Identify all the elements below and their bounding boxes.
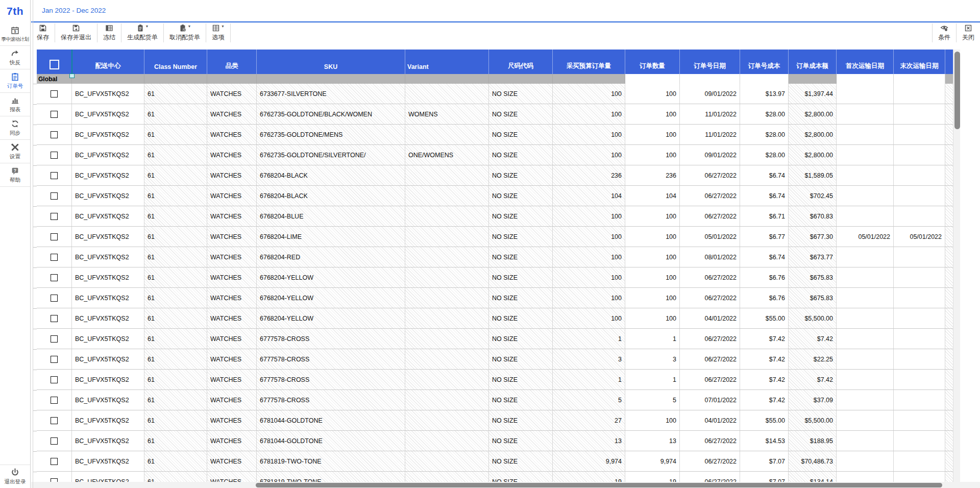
cell-order_date[interactable]: 06/27/2022: [680, 370, 740, 389]
cell-order_qty[interactable]: 9,974: [625, 451, 680, 471]
column-header-category[interactable]: 品类: [207, 50, 257, 74]
horizontal-scrollbar[interactable]: [31, 482, 980, 488]
cell-first_ship[interactable]: 05/01/2022: [837, 227, 894, 247]
cell-last_ship[interactable]: 05/01/2022: [894, 227, 945, 247]
cell-dc[interactable]: BC_UFVX5TKQS2: [72, 267, 144, 287]
cell-unit_cost[interactable]: $6.77: [740, 227, 789, 247]
cell-order_date[interactable]: 11/01/2022: [680, 104, 740, 124]
global-cell-last_ship[interactable]: [894, 74, 945, 84]
cell-first_ship[interactable]: [837, 125, 894, 144]
column-header-cost_amount[interactable]: 订单成本额: [789, 50, 837, 74]
cell-unit_cost[interactable]: $28.00: [740, 125, 789, 144]
cell-order_date[interactable]: 07/01/2022: [680, 390, 740, 410]
cell-order_qty[interactable]: 236: [625, 165, 680, 185]
cell-unit_cost[interactable]: $55.00: [740, 308, 789, 328]
cell-order_date[interactable]: 06/27/2022: [680, 349, 740, 369]
global-cell-order_qty[interactable]: [625, 74, 680, 84]
cell-order_qty[interactable]: 100: [625, 206, 680, 226]
cell-order_date[interactable]: 06/27/2022: [680, 431, 740, 451]
column-resize-line[interactable]: [71, 50, 72, 74]
cell-dc[interactable]: BC_UFVX5TKQS2: [72, 370, 144, 389]
cell-order_date[interactable]: 08/01/2022: [680, 247, 740, 267]
column-header-select[interactable]: [37, 50, 72, 74]
cell-dc[interactable]: BC_UFVX5TKQS2: [72, 227, 144, 247]
cell-last_ship[interactable]: [894, 247, 945, 267]
cell-first_ship[interactable]: [837, 186, 894, 206]
cell-last_ship[interactable]: [894, 104, 945, 124]
column-header-order_qty[interactable]: 订单数量: [625, 50, 680, 74]
cell-unit_cost[interactable]: $6.76: [740, 288, 789, 308]
cell-order_date[interactable]: 06/27/2022: [680, 472, 740, 482]
cell-dc[interactable]: BC_UFVX5TKQS2: [72, 186, 144, 206]
cell-first_ship[interactable]: [837, 472, 894, 482]
cell-unit_cost[interactable]: $7.42: [740, 370, 789, 389]
column-header-budget_qty[interactable]: 采买预算订单量: [553, 50, 625, 74]
cell-order_qty[interactable]: 100: [625, 227, 680, 247]
cell-dc[interactable]: BC_UFVX5TKQS2: [72, 165, 144, 185]
column-header-last_ship[interactable]: 末次运输日期: [894, 50, 945, 74]
cell-order_qty[interactable]: 100: [625, 125, 680, 144]
cell-last_ship[interactable]: [894, 145, 945, 165]
cell-order_qty[interactable]: 1: [625, 329, 680, 349]
row-checkbox[interactable]: [51, 376, 58, 383]
row-checkbox[interactable]: [51, 335, 58, 343]
cell-first_ship[interactable]: [837, 451, 894, 471]
cell-order_qty[interactable]: 100: [625, 308, 680, 328]
cell-unit_cost[interactable]: $7.07: [740, 472, 789, 482]
conditions-button[interactable]: 条件: [932, 23, 956, 42]
cell-unit_cost[interactable]: $6.74: [740, 247, 789, 267]
cell-order_date[interactable]: 06/27/2022: [680, 186, 740, 206]
cell-first_ship[interactable]: [837, 145, 894, 165]
cell-order_date[interactable]: 11/01/2022: [680, 125, 740, 144]
cell-unit_cost[interactable]: $7.42: [740, 349, 789, 369]
cell-unit_cost[interactable]: $28.00: [740, 104, 789, 124]
global-cell-first_ship[interactable]: [837, 74, 894, 84]
row-checkbox[interactable]: [51, 458, 58, 465]
cell-dc[interactable]: BC_UFVX5TKQS2: [72, 451, 144, 471]
cell-order_qty[interactable]: 104: [625, 186, 680, 206]
row-checkbox[interactable]: [51, 315, 58, 322]
cell-first_ship[interactable]: [837, 431, 894, 451]
global-cell-unit_cost[interactable]: [740, 74, 789, 84]
cell-dc[interactable]: BC_UFVX5TKQS2: [72, 84, 144, 104]
cell-last_ship[interactable]: [894, 288, 945, 308]
cell-order_date[interactable]: 06/27/2022: [680, 267, 740, 287]
cell-last_ship[interactable]: [894, 267, 945, 287]
cell-last_ship[interactable]: [894, 329, 945, 349]
row-checkbox[interactable]: [51, 192, 58, 200]
sidebar-item-order-number[interactable]: 订单号: [0, 69, 30, 93]
row-checkbox[interactable]: [51, 356, 58, 363]
cell-first_ship[interactable]: [837, 329, 894, 349]
cell-order_date[interactable]: 06/27/2022: [680, 329, 740, 349]
row-checkbox[interactable]: [51, 111, 58, 118]
cancel-allocation-button[interactable]: ▼ 取消配货单: [164, 23, 206, 42]
cell-order_qty[interactable]: 13: [625, 431, 680, 451]
close-button[interactable]: 关闭: [956, 23, 980, 42]
cell-order_date[interactable]: 06/27/2022: [680, 206, 740, 226]
freeze-button[interactable]: 冻结: [97, 23, 121, 42]
vertical-scrollbar-thumb[interactable]: [954, 52, 960, 129]
cell-first_ship[interactable]: [837, 410, 894, 430]
column-header-order_date[interactable]: 订单号日期: [680, 50, 740, 74]
cell-first_ship[interactable]: [837, 308, 894, 328]
cell-order_date[interactable]: 06/27/2022: [680, 451, 740, 471]
cell-last_ship[interactable]: [894, 370, 945, 389]
cell-last_ship[interactable]: [894, 349, 945, 369]
cell-unit_cost[interactable]: $7.42: [740, 329, 789, 349]
cell-unit_cost[interactable]: $7.42: [740, 390, 789, 410]
row-checkbox[interactable]: [51, 437, 58, 445]
cell-first_ship[interactable]: [837, 84, 894, 104]
cell-first_ship[interactable]: [837, 370, 894, 389]
cell-unit_cost[interactable]: $13.97: [740, 84, 789, 104]
row-checkbox[interactable]: [51, 233, 58, 240]
cell-order_qty[interactable]: 100: [625, 84, 680, 104]
column-header-unit_cost[interactable]: 订单号成本: [740, 50, 789, 74]
cell-last_ship[interactable]: [894, 431, 945, 451]
select-all-checkbox[interactable]: [50, 60, 59, 69]
horizontal-scrollbar-thumb[interactable]: [256, 483, 942, 487]
cell-first_ship[interactable]: [837, 104, 894, 124]
cell-unit_cost[interactable]: $28.00: [740, 145, 789, 165]
row-checkbox[interactable]: [51, 295, 58, 302]
save-and-exit-button[interactable]: 保存并退出: [55, 23, 97, 42]
cell-dc[interactable]: BC_UFVX5TKQS2: [72, 206, 144, 226]
